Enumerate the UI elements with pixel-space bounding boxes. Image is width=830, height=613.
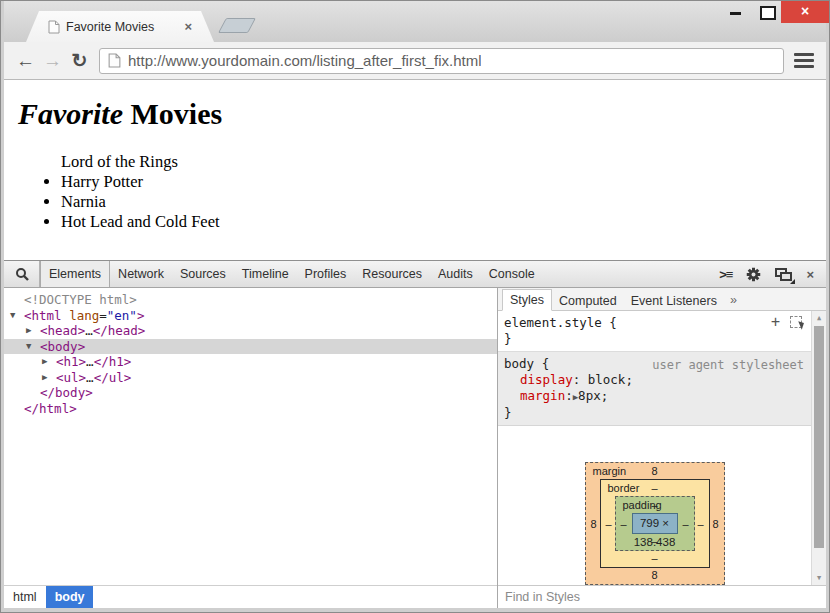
padding-label: padding bbox=[623, 498, 662, 513]
url-text[interactable]: http://www.yourdomain.com/listing_after_… bbox=[128, 52, 481, 69]
padding-right-value[interactable]: – bbox=[680, 518, 692, 530]
find-in-styles-bar[interactable]: Find in Styles bbox=[498, 585, 826, 608]
expand-arrow-icon[interactable]: ▶ bbox=[42, 354, 47, 370]
devtools-body: <!DOCTYPE html>▼<html lang="en">▶<head>…… bbox=[4, 288, 826, 608]
margin-top-value[interactable]: 8 bbox=[651, 465, 657, 477]
menu-icon[interactable] bbox=[794, 53, 814, 68]
inspect-element-icon[interactable] bbox=[790, 316, 802, 328]
find-placeholder: Find in Styles bbox=[505, 590, 580, 604]
minimize-button[interactable] bbox=[721, 1, 751, 21]
tab-close-icon[interactable]: × bbox=[184, 19, 192, 34]
padding-left-value[interactable]: – bbox=[618, 518, 630, 530]
search-icon[interactable] bbox=[4, 261, 40, 287]
rule-origin: user agent stylesheet bbox=[652, 357, 804, 373]
styles-pane: element.style { } + body { user agent st… bbox=[498, 311, 826, 585]
maximize-button[interactable] bbox=[751, 1, 781, 21]
movie-list: Lord of the RingsHarry PotterNarniaHot L… bbox=[4, 152, 826, 232]
border-left-value[interactable]: – bbox=[603, 518, 615, 530]
reload-button[interactable]: ↻ bbox=[66, 49, 93, 72]
page-icon bbox=[48, 20, 60, 34]
collapse-arrow-icon[interactable]: ▼ bbox=[10, 308, 15, 324]
devtools-toolbar: ElementsNetworkSourcesTimelineProfilesRe… bbox=[4, 260, 826, 288]
new-tab-button[interactable] bbox=[218, 18, 256, 33]
dom-tree: <!DOCTYPE html>▼<html lang="en">▶<head>…… bbox=[4, 288, 497, 585]
address-bar[interactable]: http://www.yourdomain.com/listing_after_… bbox=[99, 48, 784, 74]
dom-node[interactable]: </body> bbox=[4, 385, 497, 401]
dom-node[interactable]: ▶<head>…</head> bbox=[4, 323, 497, 339]
content-size-value[interactable]: 799 × 138.438 bbox=[632, 513, 678, 534]
navigation-toolbar: ← → ↻ http://www.yourdomain.com/listing_… bbox=[4, 42, 826, 80]
devtools-tab-elements[interactable]: Elements bbox=[40, 261, 110, 287]
border-label: border bbox=[608, 481, 640, 496]
console-drawer-icon[interactable]: >≡ bbox=[719, 267, 732, 282]
tab-title: Favorite Movies bbox=[66, 20, 178, 34]
scrollbar-thumb[interactable] bbox=[814, 326, 824, 548]
expand-arrow-icon[interactable]: ▶ bbox=[26, 323, 31, 339]
dom-node[interactable]: ▶<h1>…</h1> bbox=[4, 354, 497, 370]
styles-scrollbar[interactable]: ▲ ▼ bbox=[811, 311, 826, 585]
url-page-icon bbox=[108, 53, 121, 68]
sidebar-tab-styles[interactable]: Styles bbox=[502, 289, 552, 311]
devtools-tab-timeline[interactable]: Timeline bbox=[234, 261, 297, 287]
user-agent-rule-section[interactable]: body { user agent stylesheet display: bl… bbox=[498, 352, 826, 426]
devtools-close-icon[interactable]: × bbox=[806, 267, 814, 282]
forward-button[interactable]: → bbox=[39, 50, 66, 72]
breadcrumb-html[interactable]: html bbox=[4, 586, 46, 608]
list-item: Hot Lead and Cold Feet bbox=[61, 212, 826, 232]
scroll-up-icon[interactable]: ▲ bbox=[812, 314, 826, 322]
list-item: Lord of the Rings bbox=[61, 152, 826, 172]
browser-window: Favorite Movies × × ← → ↻ http://www.you… bbox=[0, 0, 830, 613]
dom-node[interactable]: ▼<body> bbox=[4, 339, 497, 355]
dom-node[interactable]: ▼<html lang="en"> bbox=[4, 308, 497, 324]
window-controls: × bbox=[721, 1, 829, 23]
breadcrumb-body[interactable]: body bbox=[46, 586, 94, 608]
dom-node[interactable]: <!DOCTYPE html> bbox=[4, 292, 497, 308]
list-item: Narnia bbox=[61, 192, 826, 212]
css-declaration[interactable]: margin:▶8px; bbox=[504, 388, 806, 405]
devtools-tab-resources[interactable]: Resources bbox=[354, 261, 430, 287]
devtools-toolbar-icons: >≡ × bbox=[719, 261, 826, 287]
sidebar-tab-computed[interactable]: Computed bbox=[552, 291, 624, 311]
border-bottom-value[interactable]: – bbox=[603, 551, 707, 566]
titlebar: Favorite Movies × × bbox=[4, 1, 826, 42]
back-button[interactable]: ← bbox=[12, 50, 39, 72]
margin-label: margin bbox=[593, 464, 627, 479]
sidebar-tab-event-listeners[interactable]: Event Listeners bbox=[624, 291, 724, 311]
collapse-arrow-icon[interactable]: ▼ bbox=[26, 339, 31, 355]
padding-bottom-value[interactable]: – bbox=[618, 534, 692, 549]
box-model-diagram: margin8 8 border– – padding– bbox=[585, 462, 725, 585]
devtools-tab-console[interactable]: Console bbox=[481, 261, 543, 287]
styles-sidebar: StylesComputedEvent Listeners» element.s… bbox=[498, 288, 826, 608]
scroll-down-icon[interactable]: ▼ bbox=[812, 574, 826, 582]
devtools-tab-profiles[interactable]: Profiles bbox=[297, 261, 355, 287]
css-declaration[interactable]: display: block; bbox=[504, 372, 806, 388]
elements-panel: <!DOCTYPE html>▼<html lang="en">▶<head>…… bbox=[4, 288, 498, 608]
settings-gear-icon[interactable] bbox=[746, 267, 761, 282]
sidebar-tabs: StylesComputedEvent Listeners» bbox=[498, 288, 826, 311]
devtools-tabs: ElementsNetworkSourcesTimelineProfilesRe… bbox=[40, 261, 719, 287]
devtools-tab-sources[interactable]: Sources bbox=[172, 261, 234, 287]
browser-tab[interactable]: Favorite Movies × bbox=[26, 11, 214, 42]
border-right-value[interactable]: – bbox=[695, 518, 707, 530]
more-tabs-icon[interactable]: » bbox=[724, 290, 743, 310]
new-style-rule-icon[interactable]: + bbox=[771, 316, 780, 328]
dom-node[interactable]: ▶<ul>…</ul> bbox=[4, 370, 497, 386]
close-button[interactable]: × bbox=[781, 1, 829, 23]
margin-bottom-value[interactable]: 8 bbox=[588, 568, 722, 583]
element-style-section[interactable]: element.style { } + bbox=[498, 311, 826, 352]
page-heading: Favorite Movies bbox=[18, 97, 826, 131]
devtools-tab-audits[interactable]: Audits bbox=[430, 261, 481, 287]
dom-node[interactable]: </html> bbox=[4, 401, 497, 417]
devtools-tab-network[interactable]: Network bbox=[110, 261, 172, 287]
expand-arrow-icon[interactable]: ▶ bbox=[42, 370, 47, 386]
margin-left-value[interactable]: 8 bbox=[588, 518, 600, 530]
border-top-value[interactable]: – bbox=[651, 482, 657, 494]
dock-side-icon[interactable] bbox=[775, 268, 792, 281]
list-item: Harry Potter bbox=[61, 172, 826, 192]
web-page-content: Favorite Movies Lord of the RingsHarry P… bbox=[4, 80, 826, 260]
element-breadcrumb: htmlbody bbox=[4, 585, 497, 608]
margin-right-value[interactable]: 8 bbox=[710, 518, 722, 530]
